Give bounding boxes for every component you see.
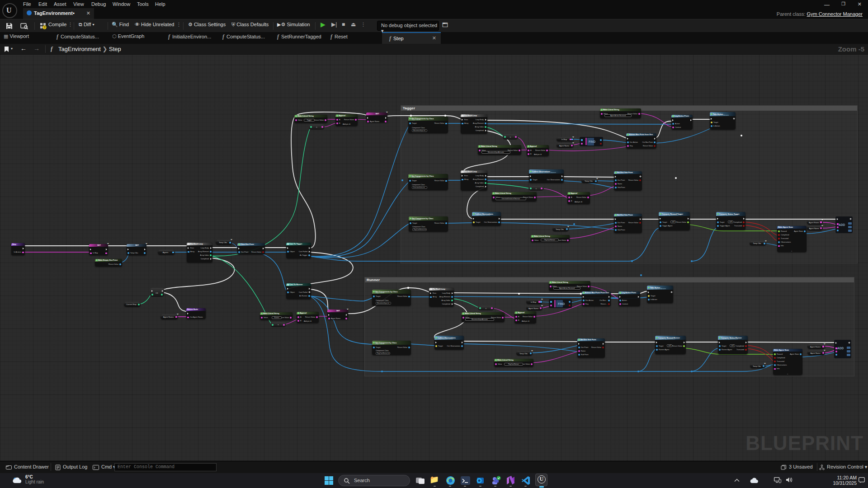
- svg-text:?: ?: [43, 25, 46, 29]
